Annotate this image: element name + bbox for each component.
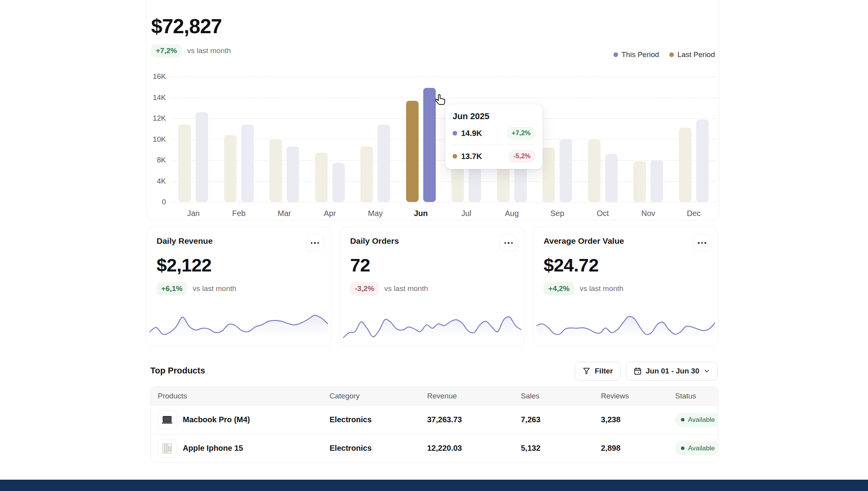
bar-this-period[interactable] xyxy=(196,112,208,202)
status-badge: Available xyxy=(675,441,718,455)
tooltip-title: Jun 2025 xyxy=(453,111,535,121)
y-tick-label: 0 xyxy=(148,198,166,206)
y-tick-label: 12K xyxy=(148,114,166,123)
card-average-order-value: Average Order Value $24.72 +4,2% vs last… xyxy=(533,227,718,346)
top-products-table: ProductsCategoryRevenueSalesReviewsStatu… xyxy=(151,387,718,462)
product-category: Electronics xyxy=(323,434,420,462)
card-value: $2,122 xyxy=(157,254,321,276)
x-tick-label: Dec xyxy=(671,209,717,218)
date-range-label: Jun 01 - Jun 30 xyxy=(646,367,699,375)
total-revenue-value: $72,827 xyxy=(151,14,231,38)
chart-tooltip: Jun 2025 14.9K +7,2% 13.7K -5,2% xyxy=(445,104,543,169)
bar-this-period[interactable] xyxy=(332,163,345,202)
x-tick-label: May xyxy=(353,209,398,218)
sparkline-chart xyxy=(150,311,328,344)
tooltip-value: 14.9K xyxy=(461,129,482,138)
stat-cards: Daily Revenue $2,122 +6,1% vs last month… xyxy=(146,227,718,346)
bar-group-oct[interactable] xyxy=(580,77,626,202)
table-row[interactable]: Macbook Pro (M4) Electronics 37,263.73 7… xyxy=(151,405,718,434)
bar-group-nov[interactable] xyxy=(626,77,671,202)
bar-last-period[interactable] xyxy=(224,135,237,202)
filter-button[interactable]: Filter xyxy=(575,362,620,380)
top-products-header: Top Products Filter Jun 01 - Jun 30 xyxy=(146,362,718,381)
x-tick-label: Jan xyxy=(171,209,216,218)
bar-last-period[interactable] xyxy=(178,125,191,202)
bar-this-period[interactable] xyxy=(696,120,709,202)
chart-legend: This Period Last Period xyxy=(613,50,715,59)
bar-group-jan[interactable] xyxy=(171,77,216,202)
column-header-products: Products xyxy=(151,387,323,405)
bar-last-period[interactable] xyxy=(315,153,328,202)
bar-last-period[interactable] xyxy=(269,139,282,202)
bar-this-period[interactable] xyxy=(423,88,436,202)
product-name: Macbook Pro (M4) xyxy=(183,415,250,424)
bar-this-period[interactable] xyxy=(287,146,299,202)
bar-group-apr[interactable] xyxy=(307,77,353,202)
table-row[interactable]: Apple Iphone 15 Electronics 12,220.03 5,… xyxy=(151,434,718,462)
tooltip-row-this-period: 14.9K +7,2% xyxy=(453,127,535,139)
bar-group-dec[interactable] xyxy=(671,77,717,202)
last-period-dot-icon xyxy=(669,52,674,57)
sparkline-chart xyxy=(536,311,715,344)
tooltip-change-badge: -5,2% xyxy=(509,150,535,162)
product-category: Electronics xyxy=(323,405,420,434)
bar-this-period[interactable] xyxy=(651,160,663,202)
revenue-change-badge: +7,2% xyxy=(151,44,182,57)
column-header-category: Category xyxy=(323,387,420,405)
x-tick-label: Jul xyxy=(444,209,489,218)
tooltip-row-last-period: 13.7K -5,2% xyxy=(453,150,535,162)
bar-last-period[interactable] xyxy=(633,161,646,202)
x-tick-label: Oct xyxy=(580,209,626,218)
date-range-button[interactable]: Jun 01 - Jun 30 xyxy=(626,362,718,380)
bar-this-period[interactable] xyxy=(605,154,618,202)
sparkline-chart xyxy=(343,311,522,344)
legend-label: Last Period xyxy=(677,50,715,59)
product-reviews: 3,238 xyxy=(594,405,668,434)
ellipsis-menu-button[interactable] xyxy=(306,234,324,252)
card-daily-revenue: Daily Revenue $2,122 +6,1% vs last month xyxy=(146,227,332,346)
product-thumbnail-phone-icon xyxy=(158,439,176,458)
product-name: Apple Iphone 15 xyxy=(183,444,243,453)
tooltip-change-badge: +7,2% xyxy=(507,127,535,139)
revenue-overview-card: $72,827 +7,2% vs last month This Period … xyxy=(146,0,719,220)
card-title: Average Order Value xyxy=(544,236,708,246)
product-thumbnail-laptop-icon xyxy=(158,411,176,429)
section-title: Top Products xyxy=(150,366,205,376)
top-products-table-card: ProductsCategoryRevenueSalesReviewsStatu… xyxy=(150,386,718,463)
card-title: Daily Orders xyxy=(350,236,515,246)
mouse-cursor-hand-icon xyxy=(434,94,447,109)
column-header-reviews: Reviews xyxy=(594,387,668,405)
y-tick-label: 10K xyxy=(148,135,166,144)
product-revenue: 12,220.03 xyxy=(420,434,514,462)
card-change-badge: -3,2% xyxy=(350,282,379,295)
bar-this-period[interactable] xyxy=(560,139,572,202)
bar-this-period[interactable] xyxy=(378,125,390,202)
bar-group-feb[interactable] xyxy=(216,77,262,202)
x-tick-label: Mar xyxy=(262,209,307,218)
x-tick-label: Sep xyxy=(535,209,580,218)
gridline xyxy=(171,202,717,202)
card-value: $24.72 xyxy=(544,254,708,276)
product-reviews: 2,898 xyxy=(594,434,668,462)
bar-last-period[interactable] xyxy=(406,101,419,202)
legend-label: This Period xyxy=(622,50,659,59)
card-value: 72 xyxy=(350,254,515,276)
revenue-summary: $72,827 +7,2% vs last month xyxy=(151,14,231,57)
ellipsis-menu-button[interactable] xyxy=(693,234,711,252)
ellipsis-menu-button[interactable] xyxy=(499,234,517,252)
bar-this-period[interactable] xyxy=(241,125,254,202)
tooltip-value: 13.7K xyxy=(461,152,482,161)
bar-group-mar[interactable] xyxy=(262,77,307,202)
bar-last-period[interactable] xyxy=(360,146,373,202)
funnel-icon xyxy=(582,367,591,375)
bar-last-period[interactable] xyxy=(679,128,692,202)
bar-last-period[interactable] xyxy=(542,148,555,202)
product-sales: 7,263 xyxy=(514,405,594,434)
column-header-sales: Sales xyxy=(514,387,594,405)
bar-last-period[interactable] xyxy=(451,164,464,202)
bar-group-may[interactable] xyxy=(353,77,398,202)
bar-last-period[interactable] xyxy=(588,139,601,202)
legend-item-this-period: This Period xyxy=(613,50,659,59)
status-badge: Available xyxy=(675,413,718,427)
bar-last-period[interactable] xyxy=(497,164,510,202)
